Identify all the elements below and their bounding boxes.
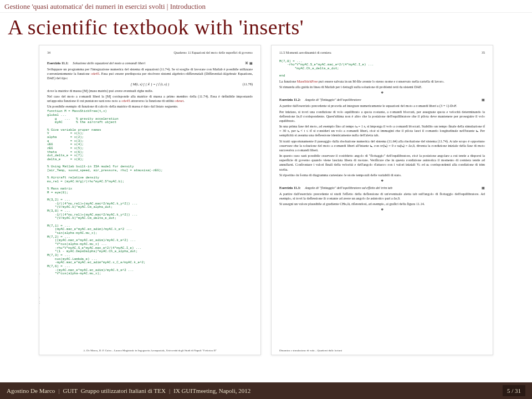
para: Un possibile esempio di funzione di calc… xyxy=(47,104,253,109)
breadcrumb-sub: Introduction xyxy=(170,2,206,11)
inline-code: MassStickFree xyxy=(297,79,318,83)
exercise-label: Esercizio 11.1: xyxy=(47,61,69,65)
slide-footer: Agostino De Marco | GUIT Gruppo utilizza… xyxy=(0,382,532,399)
exercise-title: Soluzione delle equazioni del moto a com… xyxy=(73,61,145,65)
para: Si rimanda alla guida in linea di Matlab… xyxy=(279,85,485,89)
page-left: DRAFT ver. 2012.a Copyright © A. De Marc… xyxy=(39,45,261,355)
draft-watermark-left: DRAFT ver. 2012.a Copyright © A. De Marc… xyxy=(39,258,40,332)
page-footer-left: A. De Marco, D. P. Coiro – Laurea Magist… xyxy=(47,349,253,353)
separator-diamond: ❖ xyxy=(279,179,485,183)
exercise-icon: ▦ xyxy=(482,186,485,190)
code-listing: function M = MassStickFree(t,x) global .… xyxy=(47,110,253,276)
exercise-11-2-header: Esercizio 11.2: Angolo di "flottaggio" d… xyxy=(279,98,485,102)
footer-event: IX GUITmeeting, Napoli, 2012 xyxy=(173,387,250,394)
page-number-left: 34 xyxy=(47,51,50,55)
breadcrumb-section: Gestione 'quasi automatica' dei numeri i… xyxy=(4,2,165,11)
exercise-label: Esercizio 11.2: xyxy=(279,98,301,102)
equation: [ M(t, x) ] { ẋ } = { f (t, x) }(11.78) xyxy=(47,82,253,86)
footer-author: Agostino De Marco xyxy=(7,387,55,394)
exercise-icon: ▦ xyxy=(482,98,485,102)
para: Si riportino in forma di diagramma carte… xyxy=(279,173,485,177)
running-head-left: Quaderno 11 Equazioni del moto delle sup… xyxy=(174,51,253,55)
para: A partire dall'esercizio precedente si p… xyxy=(279,104,485,108)
exercise-11-1-header: Esercizio 11.1: Soluzione delle equazion… xyxy=(47,61,253,65)
para: La funzione MassStickFree può essere sal… xyxy=(279,79,485,84)
para: In una prima fase del moto, ad esempio f… xyxy=(279,124,485,138)
slide-page-number: 5 / 31 xyxy=(503,385,525,396)
para: Si tratti opportunamente il passaggio da… xyxy=(279,139,485,153)
code-listing: M(7,8) = ... -rho*V*myAC.S_e*myAC.mac_e^… xyxy=(279,60,485,78)
page-spread: DRAFT ver. 2012.a Copyright © A. De Marc… xyxy=(0,45,532,355)
para: Si assegni un valore plausibile al gradi… xyxy=(279,202,485,206)
slide-title: A scientific textbook with 'inserts' xyxy=(0,13,532,45)
draft-watermark-right: DRAFT ver. 2012.a Copyright © A. De Marc… xyxy=(492,258,493,332)
page-footer-right: Dinamica e simulazione di volo – Quadern… xyxy=(279,349,485,353)
inline-code: ode45 xyxy=(121,99,130,103)
exercise-label: Esercizio 11.3: xyxy=(279,186,301,190)
page-right: DRAFT ver. 2012.a Copyright © A. De Marc… xyxy=(271,45,493,355)
footer-guit-logo: GUIT xyxy=(63,387,78,394)
para: Per iniziare, si trovi una condizione di… xyxy=(279,110,485,124)
footer-group: Gruppo utilizzatori Italiani di TEX xyxy=(81,387,166,394)
para: In questo caso sarà possibile osservare … xyxy=(279,154,485,172)
inline-code: ode45 xyxy=(91,71,99,75)
para: dove la matrice di massa [M] (mass matri… xyxy=(47,89,253,93)
breadcrumb: Gestione 'quasi automatica' dei numeri i… xyxy=(0,0,532,13)
inline-code: odeset xyxy=(175,99,183,103)
para: Nel caso del moto a comandi liberi la [M… xyxy=(47,94,253,103)
exercise-title: Angolo di "flottaggio" dell'equilibrator… xyxy=(305,98,361,102)
exercise-11-3-header: Esercizio 11.3: Angolo di "flottaggio" d… xyxy=(279,186,485,190)
exercise-title: Angolo di "flottaggio" dell'equilibrator… xyxy=(305,186,392,190)
para: Sviluppare un programma per l'integrazio… xyxy=(47,67,253,81)
page-number-right: 35 xyxy=(482,51,485,55)
equation-number: (11.78) xyxy=(243,82,253,86)
separator-diamond: ❖ xyxy=(279,91,485,95)
exercise-icons: ⌘ ▦ xyxy=(245,61,253,65)
para: A partire dall'esercizio precedente si s… xyxy=(279,192,485,201)
running-head-right: 11.5 Momenti aerodinamici di cerniera xyxy=(279,51,331,55)
separator-diamond: ❖ xyxy=(279,208,485,212)
